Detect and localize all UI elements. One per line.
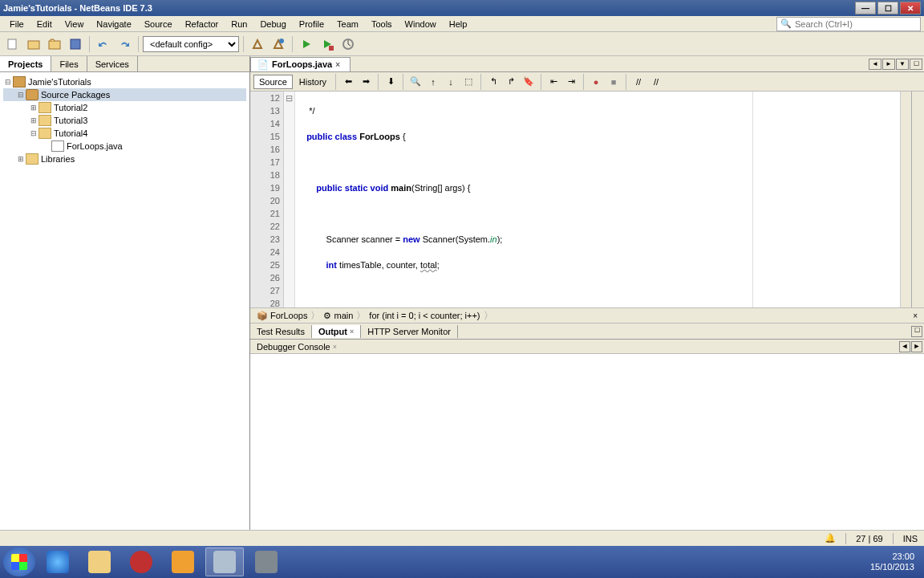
code-content[interactable]: */ public class ForLoops { public static… [295,92,900,307]
tree-pkg-tutorial2[interactable]: ⊞Tutorial2 [3,101,246,114]
run-button[interactable] [297,35,316,54]
statusbar: 🔔 27 | 69 INS [0,530,924,546]
maximize-button[interactable]: ☐ [877,2,898,14]
vertical-scrollbar[interactable] [911,92,924,307]
menu-file[interactable]: File [3,18,30,31]
taskbar-media[interactable] [164,547,202,576]
cursor-position: 27 | 69 [856,534,882,543]
tab-list-button[interactable]: ▼ [896,59,909,70]
find-selection-button[interactable]: 🔍 [407,74,424,90]
new-project-button[interactable] [24,35,43,54]
close-button[interactable]: ✕ [900,2,921,14]
debug-button[interactable] [318,35,337,54]
tree-file-forloops[interactable]: ForLoops.java [3,140,246,153]
shift-left-button[interactable]: ⇤ [545,74,561,90]
macro-record-button[interactable]: ● [588,74,604,90]
nav-back-button[interactable]: ⬅ [340,74,356,90]
taskbar-ie[interactable] [38,547,77,576]
tab-http-monitor[interactable]: HTTP Server Monitor [361,325,458,338]
menu-debug[interactable]: Debug [253,18,292,31]
java-file-icon: 📄 [257,59,269,70]
last-edit-button[interactable]: ⬇ [383,74,399,90]
editor-tab-label: ForLoops.java [272,59,332,69]
menu-edit[interactable]: Edit [30,18,59,31]
inner-nav-right[interactable]: ► [911,341,922,352]
menu-refactor[interactable]: Refactor [179,18,225,31]
source-view-button[interactable]: Source [253,75,293,89]
code-editor[interactable]: 12131415161718192021222324252627282930 ⊟… [250,92,924,307]
taskbar-netbeans[interactable] [205,547,244,576]
menu-team[interactable]: Team [330,18,365,31]
tree-pkg-tutorial4[interactable]: ⊟Tutorial4 [3,127,246,140]
fold-gutter[interactable]: ⊟ [284,92,295,307]
tab-services[interactable]: Services [87,56,138,71]
menu-window[interactable]: Window [399,18,443,31]
undo-button[interactable] [94,35,113,54]
editor-tab-forloops[interactable]: 📄 ForLoops.java × [250,57,351,71]
tab-projects[interactable]: Projects [0,56,51,71]
notification-icon[interactable]: 🔔 [825,533,836,543]
toggle-highlight-button[interactable]: ⬚ [460,74,476,90]
scroll-right-button[interactable]: ► [882,59,895,70]
project-tree[interactable]: ⊟Jamie'sTutorials ⊟Source Packages ⊞Tuto… [0,72,249,570]
output-maximize-button[interactable]: ☐ [911,326,922,337]
open-project-button[interactable] [45,35,64,54]
taskbar-explorer[interactable] [80,547,119,576]
menubar: File Edit View Navigate Source Refactor … [0,16,924,32]
menu-view[interactable]: View [59,18,91,31]
nav-fwd-button[interactable]: ➡ [358,74,374,90]
profile-button[interactable] [338,35,358,54]
clean-build-button[interactable] [269,35,288,54]
shift-right-button[interactable]: ⇥ [563,74,579,90]
taskbar-app[interactable] [247,547,286,576]
tab-test-results[interactable]: Test Results [250,325,312,338]
breadcrumb-for[interactable]: for (int i = 0; i < counter; i++) [366,311,483,320]
prev-bookmark-button[interactable]: ↰ [485,74,501,90]
tab-close-button[interactable]: × [335,60,343,68]
menu-run[interactable]: Run [225,18,253,31]
find-next-button[interactable]: ↓ [443,74,459,90]
main-toolbar: <default config> [0,32,924,56]
toggle-bookmark-button[interactable]: 🔖 [521,74,537,90]
maximize-editor-button[interactable]: ☐ [910,59,922,70]
svg-rect-0 [8,39,16,49]
menu-source[interactable]: Source [138,18,179,31]
find-prev-button[interactable]: ↑ [425,74,441,90]
search-input[interactable] [795,19,917,29]
new-file-button[interactable] [3,35,22,54]
tab-output[interactable]: Output × [312,325,361,338]
tab-files[interactable]: Files [51,56,87,71]
inner-nav-left[interactable]: ◄ [899,341,910,352]
line-number-gutter[interactable]: 12131415161718192021222324252627282930 [250,92,284,307]
redo-button[interactable] [115,35,134,54]
tree-project-root[interactable]: ⊟Jamie'sTutorials [3,75,246,88]
window-title: Jamie'sTutorials - NetBeans IDE 7.3 [3,3,855,13]
breadcrumb-close-button[interactable]: × [910,311,921,320]
minimize-button[interactable]: — [855,2,876,14]
scroll-left-button[interactable]: ◄ [869,59,881,70]
taskbar-opera[interactable] [122,547,160,576]
breadcrumb-class[interactable]: 📦 ForLoops [253,311,310,321]
breadcrumb-method[interactable]: ⚙ main [320,311,356,321]
tree-source-packages[interactable]: ⊟Source Packages [3,88,246,101]
system-tray[interactable]: 23:00 15/10/2013 [870,552,921,572]
menu-help[interactable]: Help [443,18,474,31]
config-combo[interactable]: <default config> [143,36,239,52]
comment-button[interactable]: // [630,74,646,90]
tree-libraries[interactable]: ⊞Libraries [3,153,246,165]
build-button[interactable] [248,35,267,54]
save-all-button[interactable] [66,35,85,54]
inner-tab-debugger[interactable]: Debugger Console × [250,341,343,352]
macro-stop-button[interactable]: ■ [606,74,622,90]
quick-search[interactable]: 🔍 [776,17,921,31]
menu-tools[interactable]: Tools [365,18,399,31]
menu-navigate[interactable]: Navigate [90,18,137,31]
menu-profile[interactable]: Profile [293,18,330,31]
tree-pkg-tutorial3[interactable]: ⊞Tutorial3 [3,114,246,127]
windows-logo-icon [11,554,27,570]
next-bookmark-button[interactable]: ↱ [503,74,519,90]
uncomment-button[interactable]: // [648,74,664,90]
history-view-button[interactable]: History [294,75,331,88]
start-button[interactable] [3,547,35,576]
error-stripe[interactable] [900,92,911,307]
